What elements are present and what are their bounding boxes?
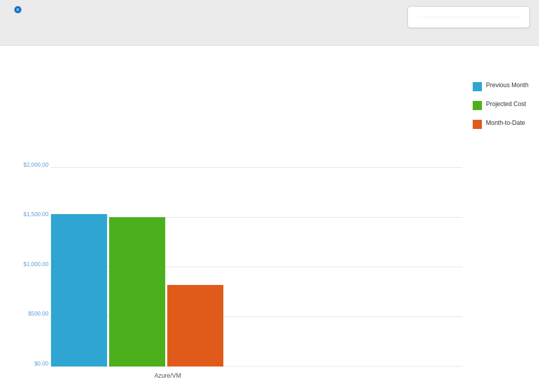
previous-month-row	[417, 18, 520, 22]
chart-inner: $2,000.00$1,500.00$1,000.00$500.00$0.00A…	[10, 61, 529, 382]
bars-group: Azure/VM	[51, 214, 223, 367]
grid-label: $0.00	[15, 360, 48, 367]
grid-line: $2,000.00	[51, 167, 463, 168]
month-to-date-bar[interactable]	[167, 285, 223, 367]
grid-label: $500.00	[15, 310, 48, 317]
x-axis-label: Azure/VM	[140, 372, 196, 379]
projected-cost-bar[interactable]	[109, 217, 165, 367]
legend-blue-swatch	[473, 82, 482, 91]
grid-label: $1,500.00	[15, 211, 48, 217]
grid-and-bars: $2,000.00$1,500.00$1,000.00$500.00$0.00A…	[20, 61, 463, 367]
top-bar: ✕	[0, 0, 539, 46]
chart-legend: Previous MonthProjected CostMonth-to-Dat…	[463, 61, 529, 382]
chart-area: $2,000.00$1,500.00$1,000.00$500.00$0.00A…	[0, 46, 539, 392]
previous-month-bar[interactable]	[51, 214, 107, 367]
filter-chip-service: ✕	[12, 6, 21, 13]
legend-green: Projected Cost	[473, 100, 529, 110]
grid-label: $2,000.00	[15, 162, 48, 168]
legend-orange: Month-to-Date	[473, 119, 529, 129]
chart-container: $2,000.00$1,500.00$1,000.00$500.00$0.00A…	[10, 61, 529, 382]
filter-service-close[interactable]: ✕	[14, 6, 21, 13]
proj-divider	[417, 17, 520, 17]
legend-green-label: Projected Cost	[486, 100, 526, 108]
projected-cost-box	[407, 6, 530, 28]
chart-plot: $2,000.00$1,500.00$1,000.00$500.00$0.00A…	[20, 61, 463, 382]
legend-orange-swatch	[473, 120, 482, 129]
legend-blue-label: Previous Month	[486, 82, 528, 89]
projected-cost-row	[417, 12, 520, 16]
legend-orange-label: Month-to-Date	[486, 119, 525, 126]
legend-green-swatch	[473, 101, 482, 110]
y-axis-label	[10, 61, 20, 382]
legend-blue: Previous Month	[473, 82, 529, 91]
grid-label: $1,000.00	[15, 261, 48, 267]
